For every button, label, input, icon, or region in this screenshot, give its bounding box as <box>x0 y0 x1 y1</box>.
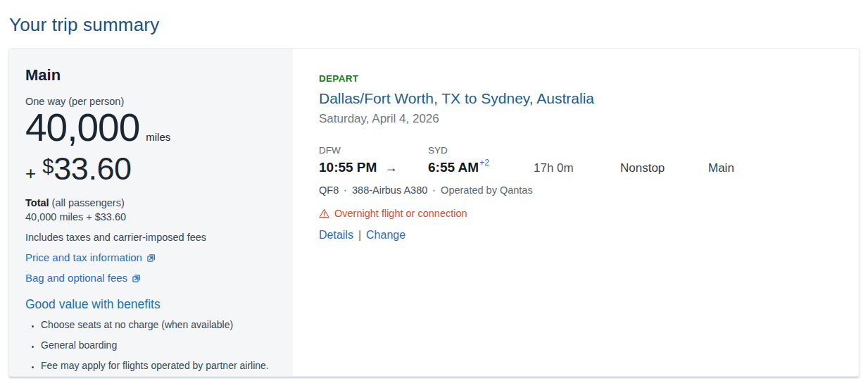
benefit-item: General boarding <box>41 339 275 351</box>
total-sublabel: (all passengers) <box>49 197 125 208</box>
route-heading: Dallas/Fort Worth, TX to Sydney, Austral… <box>319 90 845 107</box>
action-separator: | <box>358 229 361 241</box>
origin-airport-code: DFW <box>319 145 428 156</box>
page-title: Your trip summary <box>9 14 860 36</box>
benefits-list: Choose seats at no charge (when availabl… <box>25 319 275 371</box>
flight-arrow-icon: → <box>384 161 397 175</box>
bag-and-optional-fees-link[interactable]: Bag and optional fees <box>25 272 141 284</box>
price-and-tax-information-link[interactable]: Price and tax information <box>25 251 156 263</box>
benefit-item: Choose seats at no charge (when availabl… <box>41 319 275 330</box>
cash-value: 33.60 <box>54 153 131 184</box>
miles-value: 40,000 <box>25 108 139 149</box>
benefit-item: Fee may apply for flights operated by pa… <box>41 360 275 371</box>
flight-panel: DEPART Dallas/Fort Worth, TX to Sydney, … <box>293 49 859 376</box>
bag-fees-link-label: Bag and optional fees <box>25 272 127 284</box>
details-link[interactable]: Details <box>319 229 353 241</box>
overnight-warning-text: Overnight flight or connection <box>334 208 467 219</box>
change-link[interactable]: Change <box>366 229 405 241</box>
miles-price: 40,000 miles <box>25 108 275 149</box>
stops-value: Nonstop <box>620 161 708 175</box>
aircraft-type: 388-Airbus A380 <box>352 184 427 196</box>
price-and-tax-link-label: Price and tax information <box>25 251 142 263</box>
arrival-day-offset: +2 <box>479 158 489 168</box>
destination-airport-code: SYD <box>428 145 534 156</box>
total-amounts: 40,000 miles + $33.60 <box>25 211 275 223</box>
benefits-heading: Good value with benefits <box>25 297 275 312</box>
trip-summary-page: Your trip summary Main One way (per pers… <box>0 0 868 377</box>
flight-segment-row: DFW SYD 10:55 PM→ 6:55 AM+2 17h 0m Nonst… <box>319 145 845 175</box>
fare-cabin-heading: Main <box>25 66 275 85</box>
overnight-warning: Overnight flight or connection <box>319 208 845 219</box>
bullet-separator-icon: ▪ <box>344 187 346 194</box>
warning-triangle-icon <box>319 208 329 218</box>
arrival-time: 6:55 AM+2 <box>428 160 534 175</box>
flight-duration: 17h 0m <box>534 161 620 175</box>
flight-number: QF8 <box>319 184 339 196</box>
segment-cabin: Main <box>708 161 845 175</box>
currency-symbol: $ <box>42 155 54 178</box>
trip-summary-card: Main One way (per person) 40,000 miles +… <box>8 48 860 377</box>
segment-actions: Details|Change <box>319 229 845 242</box>
depart-label: DEPART <box>319 73 845 84</box>
plus-sign: + <box>25 163 36 184</box>
taxes-note: Includes taxes and carrier-imposed fees <box>25 232 275 243</box>
external-link-icon <box>146 253 156 263</box>
total-label: Total <box>25 197 49 208</box>
fare-panel: Main One way (per person) 40,000 miles +… <box>9 49 293 376</box>
flight-date: Saturday, April 4, 2026 <box>319 112 845 126</box>
departure-time: 10:55 PM→ <box>319 160 428 175</box>
flight-info-line: QF8 ▪ 388-Airbus A380 ▪ Operated by Qant… <box>319 184 845 196</box>
total-label-line: Total (all passengers) <box>25 196 275 209</box>
miles-unit: miles <box>146 131 170 143</box>
total-block: Total (all passengers) 40,000 miles + $3… <box>25 196 275 223</box>
bullet-separator-icon: ▪ <box>433 187 435 194</box>
cash-price: + $ 33.60 <box>25 153 275 184</box>
operated-by-label: Operated by Qantas <box>441 184 533 196</box>
external-link-icon <box>132 273 141 283</box>
